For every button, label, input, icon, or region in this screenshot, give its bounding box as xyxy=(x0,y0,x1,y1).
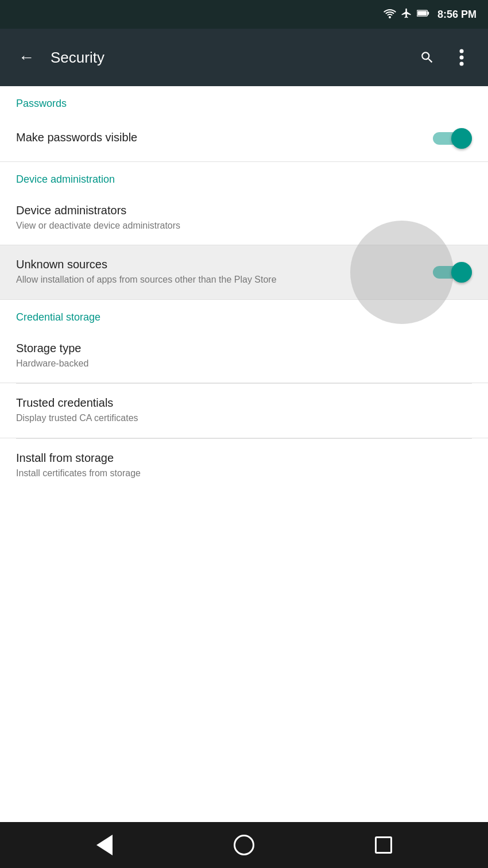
status-icons: 8:56 PM xyxy=(384,7,477,21)
battery-icon xyxy=(417,8,429,21)
setting-make-passwords-visible[interactable]: Make passwords visible xyxy=(0,115,488,162)
back-button[interactable]: ← xyxy=(14,45,39,70)
nav-bar xyxy=(0,822,488,868)
app-bar-actions xyxy=(415,45,474,70)
setting-text: Install from storage Install certificate… xyxy=(16,452,472,480)
nav-home-button[interactable] xyxy=(227,828,261,862)
section-header-passwords: Passwords xyxy=(0,86,488,115)
setting-title: Install from storage xyxy=(16,452,472,465)
section-header-device-administration: Device administration xyxy=(0,162,488,191)
status-bar: 8:56 PM xyxy=(0,0,488,29)
nav-home-icon xyxy=(234,835,254,855)
svg-point-5 xyxy=(460,56,464,60)
more-options-button[interactable] xyxy=(449,45,474,70)
search-button[interactable] xyxy=(415,45,440,70)
make-passwords-visible-toggle[interactable] xyxy=(433,128,472,149)
svg-rect-3 xyxy=(417,11,427,16)
settings-content: Passwords Make passwords visible Device … xyxy=(0,86,488,822)
status-time: 8:56 PM xyxy=(437,9,477,21)
airplane-icon xyxy=(401,7,412,21)
setting-text: Storage type Hardware-backed xyxy=(16,342,472,370)
section-header-credential-storage: Credential storage xyxy=(0,300,488,329)
setting-title: Make passwords visible xyxy=(16,131,433,144)
unknown-sources-toggle[interactable] xyxy=(433,262,472,283)
nav-back-icon xyxy=(96,835,113,855)
wifi-icon xyxy=(384,8,396,21)
nav-recent-icon xyxy=(375,836,392,854)
nav-back-button[interactable] xyxy=(87,828,122,862)
setting-text: Make passwords visible xyxy=(16,131,433,146)
setting-text: Device administrators View or deactivate… xyxy=(16,204,472,232)
setting-install-from-storage[interactable]: Install from storage Install certificate… xyxy=(0,439,488,492)
setting-subtitle: Install certificates from storage xyxy=(16,467,472,480)
setting-text: Trusted credentials Display trusted CA c… xyxy=(16,396,472,425)
setting-subtitle: Allow installation of apps from sources … xyxy=(16,273,433,286)
setting-title: Device administrators xyxy=(16,204,472,217)
setting-storage-type[interactable]: Storage type Hardware-backed xyxy=(0,329,488,383)
app-bar: ← Security xyxy=(0,29,488,86)
setting-title: Storage type xyxy=(16,342,472,355)
setting-trusted-credentials[interactable]: Trusted credentials Display trusted CA c… xyxy=(0,384,488,438)
setting-title: Trusted credentials xyxy=(16,396,472,410)
toggle-thumb xyxy=(451,128,472,149)
setting-title: Unknown sources xyxy=(16,258,433,271)
setting-unknown-sources[interactable]: Unknown sources Allow installation of ap… xyxy=(0,245,488,299)
setting-subtitle: View or deactivate device administrators xyxy=(16,219,472,232)
setting-subtitle: Hardware-backed xyxy=(16,357,472,370)
page-title: Security xyxy=(51,49,403,67)
svg-rect-2 xyxy=(428,11,429,14)
setting-subtitle: Display trusted CA certificates xyxy=(16,412,472,425)
setting-text: Unknown sources Allow installation of ap… xyxy=(16,258,433,286)
svg-point-0 xyxy=(389,16,391,18)
svg-point-4 xyxy=(460,49,464,53)
nav-recent-button[interactable] xyxy=(366,828,401,862)
toggle-thumb xyxy=(451,262,472,283)
setting-device-administrators[interactable]: Device administrators View or deactivate… xyxy=(0,191,488,245)
svg-point-6 xyxy=(460,62,464,66)
